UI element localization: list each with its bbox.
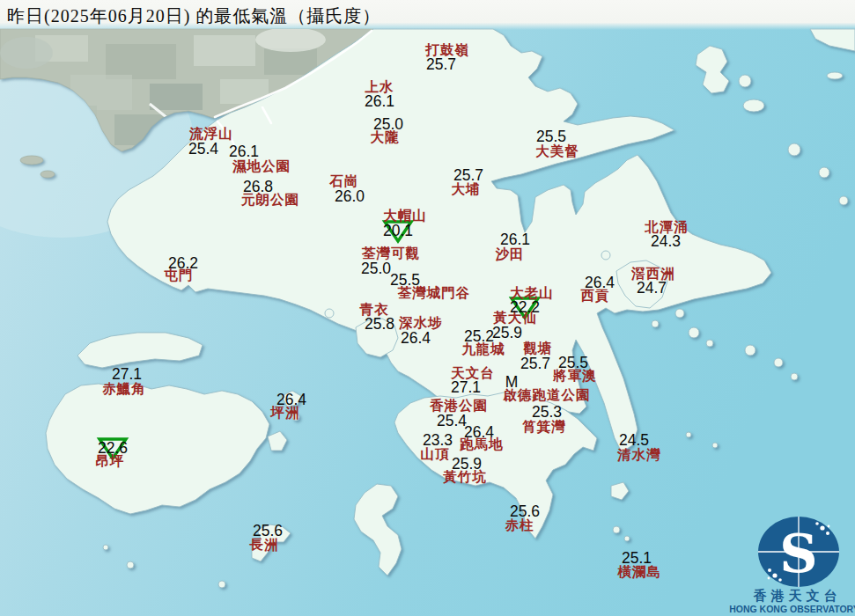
- station-value: 25.2: [464, 327, 494, 346]
- station-value: 25.4: [437, 412, 467, 430]
- logo-name-english: HONG KONG OBSERVATORY: [724, 604, 855, 614]
- station-value: 25.5: [536, 128, 566, 146]
- station-value: 25.5: [558, 354, 588, 372]
- station-value: 24.3: [651, 232, 681, 251]
- stations-layer: 25.7打鼓嶺26.1上水25.0大隴25.4流浮山26.1濕地公園26.8元朗…: [0, 0, 855, 616]
- station-value: 26.1: [229, 143, 259, 161]
- station-value: 22.2: [510, 298, 540, 317]
- station-value: 20.1: [383, 222, 413, 240]
- station-value: M: [505, 373, 519, 392]
- logo-name-chinese: 香港天文台: [740, 588, 855, 605]
- station-value: 22.6: [98, 439, 128, 458]
- station-value: 25.3: [532, 403, 562, 422]
- station-value: 25.8: [365, 315, 394, 334]
- station-value: 24.5: [619, 431, 649, 450]
- station-value: 23.3: [423, 431, 453, 450]
- station-value: 25.9: [452, 455, 482, 473]
- station-value: 25.0: [373, 115, 403, 134]
- station-value: 27.1: [451, 378, 481, 397]
- station-value: 25.6: [510, 502, 540, 521]
- station-value: 25.7: [426, 55, 456, 74]
- station-value: 26.4: [464, 423, 494, 442]
- station-value: 25.1: [622, 549, 652, 568]
- station-value: 25.4: [188, 140, 218, 158]
- station-value: 26.2: [168, 254, 198, 273]
- station-value: 25.9: [492, 324, 522, 342]
- station-value: 26.4: [585, 274, 615, 292]
- station-value: 25.7: [453, 166, 483, 185]
- station-value: 26.8: [243, 178, 273, 196]
- station-value: 25.5: [390, 271, 420, 290]
- station-value: 26.4: [401, 329, 431, 348]
- map-canvas: 昨日(2025年06月20日) 的最低氣溫（攝氏度） 25.7打鼓嶺26.1上水…: [0, 0, 855, 616]
- station-value: 26.1: [500, 231, 530, 249]
- station-value: 26.0: [335, 187, 365, 206]
- station-value: 25.0: [361, 260, 391, 278]
- station-value: 26.4: [276, 391, 306, 409]
- station-value: 27.1: [112, 365, 142, 384]
- station-value: 24.7: [637, 279, 667, 297]
- station-value: 26.1: [365, 92, 394, 111]
- logo-s-swirl: S: [779, 523, 817, 584]
- station-value: 25.6: [253, 522, 283, 540]
- station-value: 25.7: [520, 355, 550, 373]
- hko-logo: S 香港天文台 HONG KONG OBSERVATORY: [740, 510, 855, 616]
